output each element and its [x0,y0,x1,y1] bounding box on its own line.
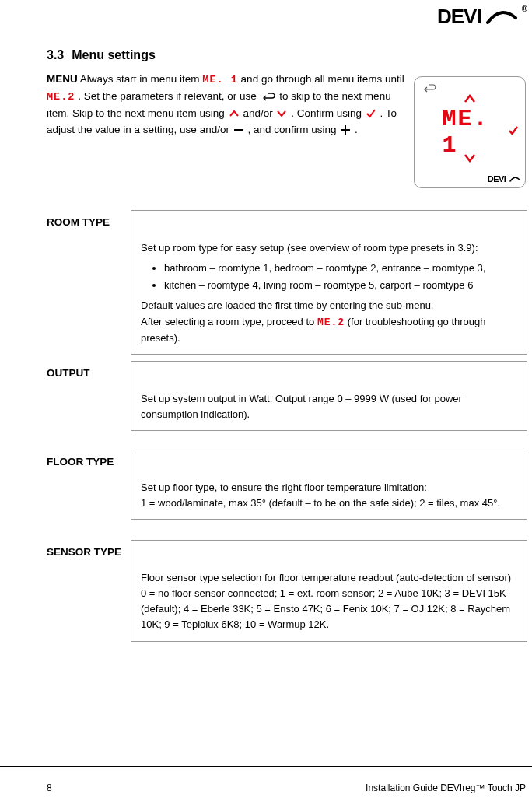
brand-swoosh-icon [509,175,520,184]
section-title: Menu settings [72,48,156,62]
me1-line3: After selecting a room type, proceed to … [141,314,517,346]
back-arrow-icon [261,89,275,105]
section-heading: 3.3 Menu settings [47,48,156,62]
me4-line2: 0 = no floor sensor connected; 1 = ext. … [141,586,517,632]
display-code: ME. 1 [443,106,498,159]
label-output: OUTPUT [47,367,90,379]
chevron-down-icon [464,152,476,166]
me4-box: Floor sensor type selection for floor te… [131,540,527,642]
check-icon [508,125,519,139]
room-type-list: bathroom – roomtype 1, bedroom – roomtyp… [164,261,517,293]
brand-registered: ® [522,5,527,13]
me2-line: Set up system output in Watt. Output ran… [141,391,517,422]
page: { "brand": { "name": "DEVI", "reg": "®" … [0,0,532,809]
label-sensor-type: SENSOR TYPE [47,546,121,558]
page-number: 8 [47,783,52,793]
intro-prefix: MENU [47,73,78,85]
plus-icon [341,122,350,138]
me3-line2: 1 = wood/laminate, max 35° (default – to… [141,496,517,511]
section-number: 3.3 [47,48,64,62]
list-item: bathroom – roomtype 1, bedroom – roomtyp… [164,261,517,276]
me1-line3a: After selecting a room type, proceed to [141,316,317,327]
code-me2-inline: ME.2 [317,317,345,328]
chevron-down-icon [277,106,286,122]
footer-title: Installation Guide DEVIreg™ Touch JP [366,783,526,793]
check-icon [366,106,376,122]
code-me1: ME. 1 [202,74,238,86]
footer-divider [0,766,532,767]
intro-text: . Set the parameters if relevant, or use [78,90,259,102]
label-floor-type: FLOOR TYPE [47,456,114,468]
intro-text: , and confirm using [247,124,339,135]
intro-text: and go through all menu items until [241,73,404,85]
intro-text: . [355,124,358,135]
me4-line1: Floor sensor type selection for floor te… [141,570,517,586]
me2-box: Set up system output in Watt. Output ran… [131,361,527,431]
back-arrow-icon [422,82,436,96]
footer: 8 Installation Guide DEVIreg™ Touch JP [47,783,526,793]
intro-text: and/or [200,124,233,135]
intro-paragraph: MENU Always start in menu item ME. 1 and… [47,72,412,138]
chevron-up-icon [229,106,239,122]
brand-logo: DEVI ® [437,5,527,29]
list-item: kitchen – roomtype 4, living room – room… [164,278,517,293]
chevron-up-icon [464,93,476,107]
display-brand: DEVI [488,174,520,184]
brand-swoosh-icon [486,9,517,26]
thermostat-display: ME. 1 DEVI [414,76,526,188]
svg-rect-2 [341,129,350,131]
intro-text: Always start in menu item [80,73,203,85]
brand-name: DEVI [437,5,481,29]
code-me2: ME.2 [47,91,75,103]
me1-line1: Set up room type for easy setup (see ove… [141,240,517,256]
me3-box: Set up floor type, to ensure the right f… [131,450,527,520]
me1-box: Set up room type for easy setup (see ove… [131,210,527,355]
display-brand-text: DEVI [488,174,506,184]
intro-text: . Confirm using [291,107,365,119]
label-room-type: ROOM TYPE [47,216,110,228]
me3-line1: Set up floor type, to ensure the right f… [141,480,517,496]
intro-text: and/or [243,107,275,119]
svg-rect-0 [234,129,243,131]
minus-icon [234,122,243,138]
me1-line2: Default values are loaded the first time… [141,298,517,313]
